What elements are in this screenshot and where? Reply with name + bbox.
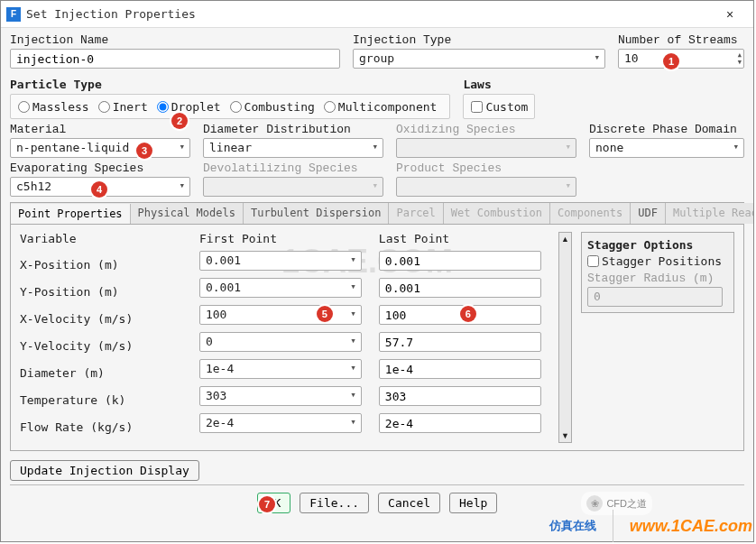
radio-multicomponent[interactable]: Multicomponent <box>324 100 438 114</box>
diameter-dist-label: Diameter Distribution <box>203 123 383 136</box>
first-ypos-input[interactable]: 0.001 <box>199 278 362 298</box>
dialog-window: F Set Injection Properties × Injection N… <box>0 0 754 542</box>
var-diam: Diameter (m) <box>20 359 190 386</box>
tab-bar: Point Properties Physical Models Turbule… <box>10 202 744 224</box>
stagger-options-title: Stagger Options <box>587 238 728 252</box>
material-value: n-pentane-liquid <box>16 141 129 154</box>
footer-branding: 仿真在线 www.1CAE.com <box>549 510 752 542</box>
badge-4: 4 <box>91 181 107 198</box>
laws-group: Custom <box>463 94 535 119</box>
last-xpos-input[interactable] <box>379 251 541 271</box>
brand-separator <box>613 510 613 542</box>
tab-point-properties[interactable]: Point Properties <box>11 204 131 225</box>
badge-5: 5 <box>317 306 333 322</box>
dialog-body: Injection Name Injection Type group Numb… <box>1 28 753 541</box>
product-species-label: Product Species <box>396 161 576 175</box>
particle-type-group: Massless Inert Droplet Combusting Multic… <box>10 94 450 119</box>
first-xvel-input[interactable]: 100 <box>199 305 362 325</box>
stagger-radius-input: 0 <box>587 287 723 307</box>
spinner-arrows[interactable]: ▲▼ <box>738 50 742 68</box>
radio-massless[interactable]: Massless <box>18 100 89 114</box>
var-flow: Flow Rate (kg/s) <box>20 413 190 440</box>
wechat-name: CFD之道 <box>606 497 647 511</box>
devolatilizing-species-label: Devolatilizing Species <box>203 161 383 175</box>
brand-text-1: 仿真在线 <box>549 518 596 534</box>
oxidizing-species-label: Oxidizing Species <box>396 123 576 136</box>
discrete-phase-domain-select[interactable]: none <box>589 138 744 158</box>
particle-type-section: Particle Type <box>10 78 450 91</box>
pane-scrollbar[interactable]: ▲ ▼ <box>558 232 572 443</box>
file-button[interactable]: File... <box>300 493 369 513</box>
num-streams-input[interactable]: 10 ▲▼ <box>618 49 744 69</box>
scroll-down-icon[interactable]: ▼ <box>561 431 569 440</box>
first-temp-input[interactable]: 303 <box>199 386 362 406</box>
badge-3: 3 <box>136 143 152 159</box>
stagger-radius-label: Stagger Radius (m) <box>587 272 728 285</box>
badge-6: 6 <box>460 306 476 322</box>
evaporating-species-value: c5h12 <box>16 180 51 193</box>
injection-type-select[interactable]: group <box>353 49 605 69</box>
stagger-options-group: Stagger Options Stagger Positions Stagge… <box>581 232 734 313</box>
num-streams-value: 10 <box>624 51 639 65</box>
tab-components: Components <box>550 203 631 224</box>
last-ypos-input[interactable] <box>379 278 541 298</box>
injection-name-input[interactable] <box>10 49 340 69</box>
variable-list: X-Position (m) Y-Position (m) X-Velocity… <box>20 251 190 440</box>
first-xpos-input[interactable]: 0.001 <box>199 251 362 271</box>
last-diam-input[interactable] <box>379 359 541 379</box>
injection-name-label: Injection Name <box>10 33 340 47</box>
checkbox-custom[interactable]: Custom <box>471 100 528 114</box>
oxidizing-species-select <box>396 138 576 158</box>
scroll-up-icon[interactable]: ▲ <box>561 235 569 244</box>
tab-udf[interactable]: UDF <box>631 203 666 224</box>
injection-type-label: Injection Type <box>353 33 605 47</box>
diameter-dist-select[interactable]: linear <box>203 138 383 158</box>
first-point-head: First Point <box>199 232 370 245</box>
badge-7: 7 <box>259 496 275 512</box>
radio-combusting[interactable]: Combusting <box>230 100 315 114</box>
last-yvel-input[interactable] <box>379 332 541 352</box>
injection-type-value: group <box>359 51 394 65</box>
last-temp-input[interactable] <box>379 386 541 406</box>
close-button[interactable]: × <box>712 7 748 22</box>
radio-inert[interactable]: Inert <box>98 100 148 114</box>
discrete-phase-domain-label: Discrete Phase Domain <box>589 123 744 136</box>
first-yvel-input[interactable]: 0 <box>199 332 362 352</box>
badge-2: 2 <box>171 113 188 129</box>
window-title: Set Injection Properties <box>26 7 712 21</box>
last-point-head: Last Point <box>379 232 549 245</box>
last-flow-input[interactable] <box>379 413 541 433</box>
separator <box>10 484 744 485</box>
var-xvel: X-Velocity (m/s) <box>20 305 190 332</box>
num-streams-label: Number of Streams <box>618 33 744 47</box>
var-temp: Temperature (k) <box>20 386 190 413</box>
update-injection-display-button[interactable]: Update Injection Display <box>10 460 199 481</box>
checkbox-stagger-positions[interactable]: Stagger Positions <box>587 254 728 268</box>
material-select[interactable]: n-pentane-liquid <box>10 138 190 158</box>
material-label: Material <box>10 123 190 136</box>
laws-section: Laws <box>463 78 744 91</box>
badge-1: 1 <box>663 53 679 69</box>
product-species-select <box>396 177 576 197</box>
first-flow-input[interactable]: 2e-4 <box>199 413 362 433</box>
var-xpos: X-Position (m) <box>20 251 190 278</box>
var-ypos: Y-Position (m) <box>20 278 190 305</box>
radio-droplet[interactable]: Droplet <box>157 100 221 114</box>
tab-wet-combustion: Wet Combustion <box>444 203 550 224</box>
brand-text-2: www.1CAE.com <box>630 517 752 536</box>
variable-column-head: Variable <box>20 232 190 245</box>
devolatilizing-species-select <box>203 177 383 197</box>
app-icon: F <box>6 7 21 22</box>
tab-multiple-reactions: Multiple Reactions <box>666 203 753 224</box>
evaporating-species-label: Evaporating Species <box>10 161 190 175</box>
diameter-dist-value: linear <box>209 141 252 154</box>
tab-parcel: Parcel <box>389 203 443 224</box>
point-properties-pane: 1CAE.COM Variable X-Position (m) Y-Posit… <box>10 224 744 451</box>
var-yvel: Y-Velocity (m/s) <box>20 332 190 359</box>
first-diam-input[interactable]: 1e-4 <box>199 359 362 379</box>
cancel-button[interactable]: Cancel <box>378 493 440 513</box>
tab-physical-models[interactable]: Physical Models <box>131 203 244 224</box>
titlebar: F Set Injection Properties × <box>1 1 753 28</box>
help-button[interactable]: Help <box>449 493 497 513</box>
tab-turbulent-dispersion[interactable]: Turbulent Dispersion <box>244 203 390 224</box>
